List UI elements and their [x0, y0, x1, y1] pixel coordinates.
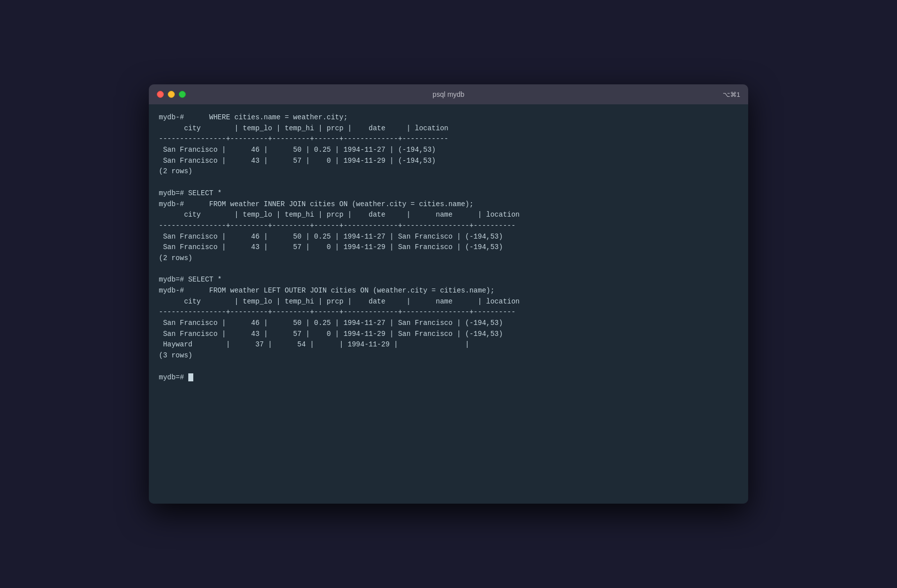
terminal-body[interactable]: mydb-# WHERE cities.name = weather.city;…	[149, 104, 748, 504]
maximize-button[interactable]	[179, 91, 186, 98]
window-shortcut: ⌥⌘1	[723, 91, 740, 98]
traffic-lights	[157, 91, 186, 98]
terminal-window: psql mydb ⌥⌘1 mydb-# WHERE cities.name =…	[149, 84, 748, 504]
minimize-button[interactable]	[168, 91, 175, 98]
titlebar: psql mydb ⌥⌘1	[149, 84, 748, 104]
window-title: psql mydb	[433, 90, 464, 98]
close-button[interactable]	[157, 91, 164, 98]
terminal-output: mydb-# WHERE cities.name = weather.city;…	[159, 113, 520, 381]
terminal-cursor	[188, 373, 193, 381]
